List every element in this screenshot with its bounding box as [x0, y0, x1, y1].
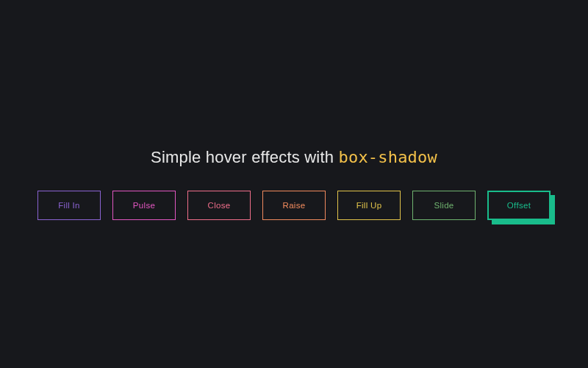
fill-in-button[interactable]: Fill In — [37, 191, 101, 220]
fill-up-button[interactable]: Fill Up — [337, 191, 401, 220]
button-row: Fill In Pulse Close Raise Fill Up Slide … — [37, 191, 551, 220]
pulse-button[interactable]: Pulse — [112, 191, 176, 220]
heading-prefix: Simple hover effects with — [151, 148, 338, 166]
close-button[interactable]: Close — [187, 191, 251, 220]
offset-button[interactable]: Offset — [487, 191, 551, 220]
raise-button[interactable]: Raise — [262, 191, 326, 220]
heading-code: box-shadow — [339, 148, 437, 166]
page-title: Simple hover effects with box-shadow — [151, 148, 437, 167]
slide-button[interactable]: Slide — [412, 191, 476, 220]
